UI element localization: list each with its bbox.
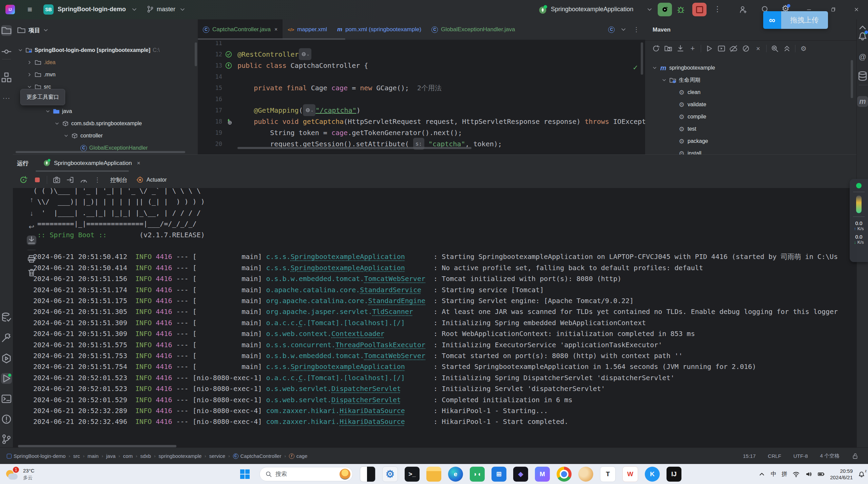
- project-hscrollbar[interactable]: [16, 151, 185, 153]
- maven-sync-icon[interactable]: [652, 44, 660, 53]
- edge-app-icon[interactable]: e: [448, 467, 463, 482]
- run-tab[interactable]: SpringbootexampleApplication ×: [43, 159, 140, 168]
- project-tree-item-java[interactable]: java: [13, 105, 72, 117]
- notification-bell-icon[interactable]: z: [858, 470, 865, 478]
- run-more-icon[interactable]: ⋮: [713, 5, 721, 13]
- console-output[interactable]: ( ( )\___ | '_ | '_| | '_ \/ _` | \ \ \ …: [13, 188, 856, 442]
- chevron-expanded-icon[interactable]: [45, 109, 51, 114]
- console-tab[interactable]: 控制台: [107, 176, 131, 184]
- explorer-app-icon[interactable]: [426, 467, 441, 482]
- rerun-button[interactable]: [658, 3, 672, 16]
- maven-offline-icon[interactable]: [730, 44, 738, 53]
- editor-tab-CaptchaController.java[interactable]: CCaptchaController.java×: [198, 19, 283, 40]
- start-button[interactable]: [237, 467, 252, 482]
- chevron-expanded-icon[interactable]: [54, 121, 60, 126]
- maven-tree-item-clean[interactable]: ⚙clean: [645, 86, 700, 98]
- obsidian-app-icon[interactable]: ◆: [513, 467, 528, 482]
- thread-dump-camera-icon[interactable]: [53, 176, 61, 184]
- project-panel-title[interactable]: 项目: [28, 26, 40, 34]
- typora-app-icon[interactable]: T: [600, 466, 616, 482]
- maven-download-icon[interactable]: [676, 44, 684, 53]
- rerun-console-icon[interactable]: [19, 175, 28, 184]
- breadcrumb-item-CaptchaController[interactable]: CCaptchaController: [233, 453, 282, 459]
- battery-icon[interactable]: [817, 470, 825, 478]
- pinyin-indicator[interactable]: 拼: [782, 470, 787, 478]
- project-vscrollbar[interactable]: [195, 42, 197, 66]
- gauge-icon[interactable]: [80, 176, 88, 184]
- breadcrumb-item-sdxb[interactable]: sdxb: [140, 453, 151, 459]
- bean-gutter-icon[interactable]: [225, 51, 232, 58]
- bw-window-app-icon[interactable]: [360, 466, 375, 482]
- readonly-lock-icon[interactable]: [852, 453, 859, 460]
- editor-hscrollbar[interactable]: [237, 147, 471, 149]
- url-mapping-inlay-icon[interactable]: ⌄: [303, 104, 316, 116]
- console-more-icon[interactable]: ⋮: [93, 176, 101, 184]
- maven-close-icon[interactable]: ×: [754, 44, 762, 53]
- breadcrumb-item-java[interactable]: java: [106, 453, 116, 459]
- gear-app-app-icon[interactable]: ⚙: [382, 466, 398, 482]
- project-tree-item-com.sdxb.springbootexample[interactable]: com.sdxb.springbootexample: [13, 117, 142, 130]
- terminal-app-app-icon[interactable]: >_: [405, 467, 420, 482]
- dependencies-stripe-icon[interactable]: @: [857, 52, 868, 62]
- more-tool-windows-stripe-icon[interactable]: ···: [1, 92, 12, 103]
- maven-tree-item-test[interactable]: ⚙test: [645, 123, 696, 135]
- structure-stripe-icon[interactable]: [1, 72, 12, 83]
- maven-tree-item-validate[interactable]: ⚙validate: [645, 98, 706, 111]
- maven-profiles-icon[interactable]: [771, 44, 779, 53]
- maven-tree-item-install[interactable]: ⚙install: [645, 147, 701, 154]
- taskbar-search[interactable]: 搜索: [259, 467, 353, 481]
- main-menu-icon[interactable]: ≡: [26, 5, 34, 14]
- run-config-chevron-icon[interactable]: [646, 6, 653, 13]
- editor-tab-mapper.xml[interactable]: </>mapper.xml: [283, 19, 332, 40]
- file-encoding[interactable]: UTF-8: [793, 453, 808, 459]
- persistence-stripe-icon[interactable]: [1, 312, 12, 323]
- maven-expand-icon[interactable]: [783, 44, 791, 53]
- maven-stripe-stripe-icon[interactable]: m: [857, 96, 868, 107]
- chevron-expanded-icon[interactable]: [661, 77, 667, 83]
- maven-skip-tests-icon[interactable]: [742, 44, 750, 53]
- run-config-name[interactable]: SpringbootexampleApplication: [551, 6, 633, 13]
- breadcrumb-item-com[interactable]: com: [123, 453, 133, 459]
- actuator-tab[interactable]: Actuator: [136, 176, 167, 184]
- maven-run-config-icon[interactable]: [717, 44, 726, 53]
- k-app-app-icon[interactable]: K: [645, 467, 660, 482]
- tab-widget-icon[interactable]: C: [608, 26, 615, 33]
- breadcrumb-item-src[interactable]: src: [73, 453, 80, 459]
- tabs-more-icon[interactable]: ⋮: [632, 25, 640, 34]
- debug-button[interactable]: [676, 5, 685, 14]
- chevron-collapsed-icon[interactable]: [27, 72, 32, 77]
- editor-vscrollbar[interactable]: [641, 42, 643, 75]
- commit-stripe-icon[interactable]: [1, 46, 12, 57]
- maven-tree-item-compile[interactable]: ⚙compile: [645, 111, 706, 123]
- maven-tree-item-springbootexample[interactable]: mspringbootexample: [645, 62, 715, 74]
- store-app-icon[interactable]: ⊞: [491, 467, 506, 482]
- version-control-stripe-icon[interactable]: [1, 434, 12, 445]
- close-button[interactable]: [849, 3, 864, 16]
- caret-position[interactable]: 15:17: [743, 453, 756, 459]
- run-tabs-scrollbar[interactable]: [36, 170, 129, 172]
- search-daily-image[interactable]: [340, 469, 350, 480]
- editor-tab-GlobalExceptionHandler.java[interactable]: CGlobalExceptionHandler.java: [426, 19, 520, 40]
- breadcrumb-item-service[interactable]: service: [209, 453, 226, 459]
- tray-clock[interactable]: 20:59 2024/6/21: [830, 468, 853, 481]
- url-mapping-inlay-icon[interactable]: ⌄: [299, 48, 312, 60]
- chevron-expanded-icon[interactable]: [652, 65, 657, 71]
- editor-tab-pom.xmlspringbootexample[interactable]: mpom.xml (springbootexample): [332, 19, 426, 40]
- netdisk-speed-widget[interactable]: 0.0 ↑ K/s 0.0 ↓ K/s: [850, 179, 868, 262]
- run-stripe-icon[interactable]: [1, 373, 12, 384]
- project-folder-icon[interactable]: [17, 26, 26, 35]
- services-stripe-icon[interactable]: [1, 353, 12, 364]
- project-stripe-icon[interactable]: [1, 25, 12, 36]
- project-tree-item-.idea[interactable]: .idea: [13, 56, 56, 69]
- project-widget[interactable]: SpringBoot-login-demo: [58, 6, 126, 13]
- maven-add-icon[interactable]: +: [689, 44, 697, 53]
- breadcrumb-item-cage[interactable]: fcage: [289, 453, 308, 459]
- attach-icon[interactable]: [66, 176, 74, 184]
- chevron-collapsed-icon[interactable]: [27, 60, 32, 65]
- weather-widget[interactable]: 1 23°C 多云: [5, 467, 35, 482]
- project-header-chevron-icon[interactable]: [43, 27, 49, 33]
- maven-settings-icon[interactable]: ⚙: [799, 44, 808, 53]
- project-tree-item-.mvn[interactable]: .mvn: [13, 69, 56, 81]
- stop-console-icon[interactable]: [33, 176, 41, 184]
- project-tree-item-controller[interactable]: controller: [13, 130, 103, 142]
